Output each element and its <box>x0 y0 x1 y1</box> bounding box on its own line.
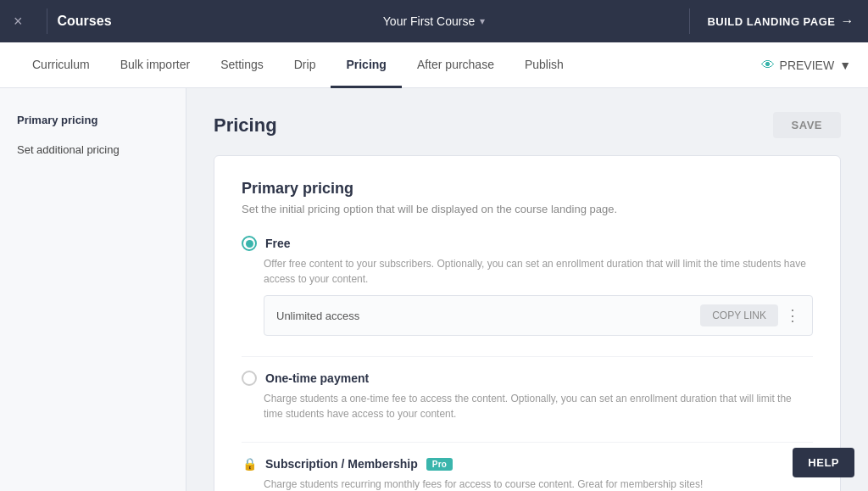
lock-icon: 🔒 <box>242 456 257 471</box>
main-content: Pricing SAVE Primary pricing Set the ini… <box>186 88 868 491</box>
course-selector[interactable]: Your First Course ▾ <box>383 14 485 28</box>
option-free-desc: Offer free content to your subscribers. … <box>264 256 813 287</box>
access-label: Unlimited access <box>276 310 700 322</box>
copy-link-button[interactable]: COPY LINK <box>700 304 778 326</box>
option-subscription-desc: Charge students recurring monthly fees f… <box>264 477 813 491</box>
option-subscription: 🔒 Subscription / Membership Pro Charge s… <box>242 456 813 491</box>
build-landing-label: BUILD LANDING PAGE <box>707 15 835 28</box>
close-icon[interactable]: × <box>14 13 23 31</box>
build-landing-button[interactable]: BUILD LANDING PAGE → <box>707 14 854 29</box>
option-subscription-label: Subscription / Membership <box>265 457 418 471</box>
pricing-card-subtitle: Set the initial pricing option that will… <box>242 203 813 215</box>
chevron-down-icon: ▾ <box>480 15 485 27</box>
access-box: Unlimited access COPY LINK ⋮ <box>264 295 813 336</box>
pricing-card: Primary pricing Set the initial pricing … <box>214 155 841 491</box>
tab-settings[interactable]: Settings <box>205 42 279 88</box>
chevron-down-icon: ▼ <box>839 59 851 72</box>
sidebar: Primary pricing Set additional pricing <box>0 88 186 491</box>
option-free-label: Free <box>265 237 291 250</box>
preview-button[interactable]: 👁 PREVIEW ▼ <box>761 58 851 73</box>
course-name: Your First Course <box>383 14 475 28</box>
tab-bar: Curriculum Bulk importer Settings Drip P… <box>0 42 868 88</box>
app-title: Courses <box>58 14 112 29</box>
tab-drip[interactable]: Drip <box>279 42 331 88</box>
radio-free[interactable] <box>242 236 257 251</box>
option-one-time: One-time payment Charge students a one-t… <box>242 371 813 421</box>
divider <box>47 8 47 34</box>
pricing-card-title: Primary pricing <box>242 180 813 198</box>
tab-bulk-importer[interactable]: Bulk importer <box>105 42 205 88</box>
tab-curriculum[interactable]: Curriculum <box>17 42 105 88</box>
divider-v <box>689 8 690 34</box>
more-options-icon[interactable]: ⋮ <box>785 306 800 325</box>
option-free: Free Offer free content to your subscrib… <box>242 236 813 336</box>
top-bar-actions: BUILD LANDING PAGE → <box>679 8 854 34</box>
arrow-right-icon: → <box>841 14 855 29</box>
top-bar: × Courses Your First Course ▾ BUILD LAND… <box>0 0 868 42</box>
option-one-time-label: One-time payment <box>265 371 369 385</box>
sidebar-item-additional-pricing[interactable]: Set additional pricing <box>0 135 186 165</box>
tab-pricing[interactable]: Pricing <box>331 42 401 88</box>
help-button[interactable]: HELP <box>793 448 854 477</box>
option-subscription-label-row: 🔒 Subscription / Membership Pro <box>242 456 813 471</box>
pro-badge-subscription: Pro <box>426 458 453 471</box>
layout: Primary pricing Set additional pricing P… <box>0 88 868 491</box>
radio-one-time[interactable] <box>242 371 257 386</box>
eye-icon: 👁 <box>761 58 775 73</box>
divider <box>242 356 813 357</box>
page-title: Pricing <box>214 114 277 137</box>
divider <box>242 442 813 443</box>
preview-label: PREVIEW <box>780 59 835 72</box>
tab-after-purchase[interactable]: After purchase <box>402 42 509 88</box>
sidebar-item-primary-pricing[interactable]: Primary pricing <box>0 105 186 135</box>
option-one-time-label-row: One-time payment <box>242 371 813 386</box>
tab-publish[interactable]: Publish <box>509 42 579 88</box>
save-button[interactable]: SAVE <box>773 112 841 138</box>
option-free-label-row: Free <box>242 236 813 251</box>
option-one-time-desc: Charge students a one-time fee to access… <box>264 391 813 421</box>
page-header: Pricing SAVE <box>214 112 841 138</box>
